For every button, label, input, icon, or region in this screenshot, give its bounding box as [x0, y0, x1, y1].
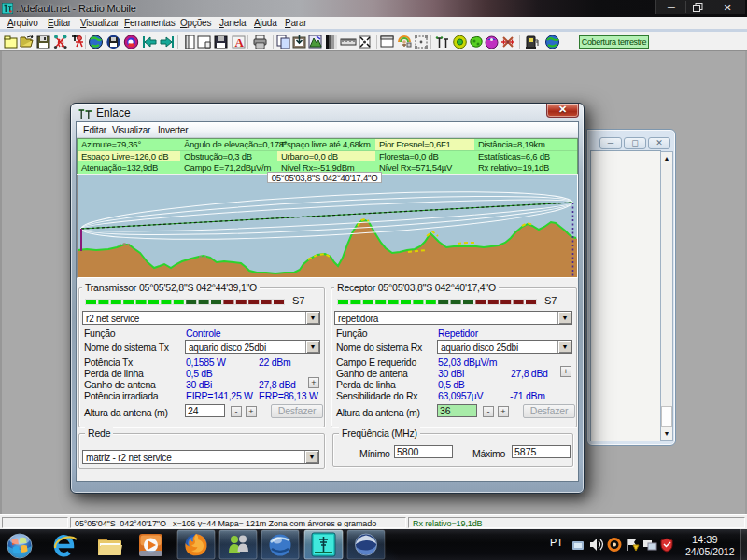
svg-text:A: A: [235, 35, 245, 49]
